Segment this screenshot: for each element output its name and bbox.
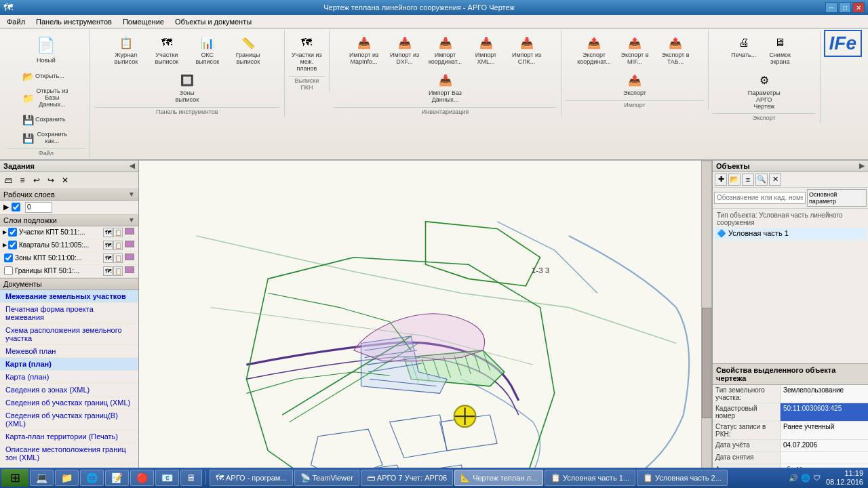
tasks-collapse-button[interactable]: ◀: [130, 162, 135, 169]
layer-0-icon2[interactable]: 📋: [113, 228, 123, 237]
search-object-button[interactable]: 🔍: [755, 174, 768, 186]
map-canvas[interactable]: 1-3 3: [139, 161, 712, 488]
tray-icon-2[interactable]: 🌐: [801, 474, 810, 483]
screenshot-button[interactable]: 🖥 Снимок экрана: [760, 31, 800, 68]
doc-item-1[interactable]: Печатная форма проекта межевания: [0, 303, 138, 324]
doc-item-8[interactable]: Сведения об участках границ(В) (XML): [0, 409, 138, 430]
param-dropdown[interactable]: Основной параметр: [807, 189, 867, 207]
journal-button[interactable]: 📋 Журнал выписок: [106, 31, 146, 68]
layer-2-checkbox[interactable]: [4, 253, 13, 262]
taskbar-app-notepad[interactable]: 📝: [105, 470, 129, 486]
working-layer-input[interactable]: [25, 202, 52, 213]
doc-item-3[interactable]: Межевой план: [0, 345, 138, 358]
areas-plans-button[interactable]: 🗺 Участки из меж. планов: [289, 31, 325, 75]
import-spk-button[interactable]: 📥 Импорт из СПК...: [507, 31, 547, 68]
layer-3-icon1[interactable]: 🗺: [103, 266, 113, 276]
undo-button[interactable]: ↩: [30, 174, 43, 187]
doc-item-6[interactable]: Сведения о зонах (XML): [0, 384, 138, 396]
doc-item-4[interactable]: Карта (план): [0, 358, 138, 371]
title-bar-controls[interactable]: ─ □ ✕: [825, 2, 865, 13]
open-button[interactable]: 📂 Открыть...: [19, 68, 73, 85]
sublayers-collapse[interactable]: ▼: [128, 216, 135, 224]
vertical-scrollbar[interactable]: [701, 161, 712, 488]
layer-1-icon2[interactable]: 📋: [113, 241, 123, 250]
layer-0-checkbox[interactable]: [8, 228, 17, 237]
oks-button[interactable]: 📊 ОКС выписок: [188, 31, 227, 68]
taskbar-app-explorer[interactable]: 📁: [55, 470, 79, 486]
working-layer-checkbox[interactable]: [12, 203, 20, 211]
import-coords-button[interactable]: 📥 Импорт координат...: [426, 31, 465, 68]
tool2[interactable]: ≡: [16, 174, 29, 187]
taskbar-app-mail[interactable]: 📧: [155, 470, 179, 486]
taskbar-running-teamviewer[interactable]: 📡 TeamViewer: [294, 470, 359, 486]
from-base-button[interactable]: 🗃: [1, 174, 15, 187]
save-as-button[interactable]: 💾 Сохранить как...: [19, 129, 73, 147]
import-db-button[interactable]: 📥 Импорт Баз Данных...: [426, 69, 465, 106]
doc-item-10[interactable]: Описание местоположения границ зон (XML): [0, 443, 138, 464]
layer-1-icon1[interactable]: 🗺: [103, 241, 113, 250]
borders-button[interactable]: 📏 Границы выписок: [229, 31, 268, 68]
taskbar-app-screen[interactable]: 🖥: [180, 470, 202, 486]
layer-item-0[interactable]: ▶ Участки КПТ 50:11:... 🗺 📋: [0, 226, 138, 239]
layer-3-icon2[interactable]: 📋: [113, 266, 123, 276]
redo-button[interactable]: ↪: [44, 174, 58, 187]
layer-2-icon2[interactable]: 📋: [113, 253, 123, 263]
minimize-button[interactable]: ─: [825, 2, 837, 13]
export-coords-button[interactable]: 📤 Экспорт координат...: [574, 31, 614, 68]
layer-1-checkbox[interactable]: [8, 241, 17, 249]
export-tab-button[interactable]: 📤 Экспорт в ТАБ...: [656, 31, 695, 68]
taskbar-running-chertezh[interactable]: 📐 Чертеж теплан л...: [454, 470, 543, 486]
layer-2-icon1[interactable]: 🗺: [103, 253, 113, 263]
doc-item-9[interactable]: Карта-план территории (Печать): [0, 430, 138, 443]
obj-tool3[interactable]: ≡: [742, 174, 754, 186]
doc-item-0[interactable]: Межевание земельных участков: [0, 290, 138, 303]
maximize-button[interactable]: □: [839, 2, 851, 13]
taskbar-running-usl1[interactable]: 📋 Условная часть 1...: [545, 470, 635, 486]
start-button[interactable]: ⊞: [1, 469, 28, 487]
new-button[interactable]: 📄 Новый: [31, 31, 61, 66]
working-layers-collapse[interactable]: ▼: [128, 190, 135, 198]
taskbar-app-ie[interactable]: 💻: [30, 470, 54, 486]
layer-item-1[interactable]: ▶ Кварталы 50:11:005:... 🗺 📋: [0, 239, 138, 252]
delete-object-button[interactable]: ✕: [769, 174, 781, 186]
taskbar-running-argo[interactable]: 🗺 АРГО - програм...: [210, 470, 293, 486]
open-object-button[interactable]: 📂: [728, 174, 741, 186]
close-button[interactable]: ✕: [852, 2, 865, 13]
import-xml-button[interactable]: 📥 Импорт XML...: [467, 31, 506, 68]
taskbar-app-red[interactable]: 🔴: [130, 470, 154, 486]
doc-item-5[interactable]: Карта (план): [0, 371, 138, 384]
taskbar-running-usl2[interactable]: 📋 Условная часть 2...: [637, 470, 728, 486]
menu-room[interactable]: Помещение: [117, 16, 170, 27]
open-db-button[interactable]: 📁 Открыть из Базы Данных...: [19, 86, 73, 110]
menu-file[interactable]: Файл: [1, 16, 31, 27]
menu-objects[interactable]: Объекты и документы: [170, 16, 257, 27]
export-button[interactable]: 📤 Экспорт: [620, 69, 649, 99]
tray-icon-1[interactable]: 🔊: [789, 474, 798, 483]
scrollbar-thumb-v[interactable]: [702, 308, 711, 418]
objects-collapse-button[interactable]: ▶: [859, 162, 865, 169]
doc-item-7[interactable]: Сведения об участках границ (XML): [0, 396, 138, 409]
layer-3-checkbox[interactable]: [4, 266, 13, 275]
objects-search-input[interactable]: [714, 192, 806, 204]
taskbar-app-browser[interactable]: 🌐: [80, 470, 104, 486]
doc-item-2[interactable]: Схема расположения земельного участка: [0, 324, 138, 345]
layer-item-2[interactable]: Зоны КПТ 50:11:00:... 🗺 📋: [0, 252, 138, 265]
save-button[interactable]: 💾 Сохранить: [19, 111, 73, 129]
params-button[interactable]: ⚙ Параметры АРГО Чертеж: [745, 69, 784, 113]
layer-0-icon1[interactable]: 🗺: [103, 228, 113, 237]
export-mif-button[interactable]: 📤 Экспорт в MIF...: [615, 31, 654, 68]
delete-button[interactable]: ✕: [58, 174, 72, 187]
taskbar-running-argo6[interactable]: 🗃 АРГО 7 Учет: АРГ06: [361, 470, 453, 486]
import-dxf-button[interactable]: 📥 Импорт из DXF...: [385, 31, 425, 68]
selected-object[interactable]: 🔷 Условная часть 1: [714, 228, 867, 239]
print-button[interactable]: 🖨 Печать...: [728, 31, 759, 68]
zones-button[interactable]: 🔲 Зоны выписок: [167, 69, 207, 106]
layer-item-3[interactable]: Границы КПТ 50:1:... 🗺 📋: [0, 265, 138, 278]
import-mapinfo-button[interactable]: 📥 Импорт из MapInfo...: [344, 31, 384, 68]
areas-button[interactable]: 🗺 Участки выписок: [147, 31, 186, 68]
menu-toolbar[interactable]: Панель инструментов: [31, 16, 117, 27]
tray-icon-3[interactable]: 🛡: [813, 474, 821, 482]
working-layer-expand[interactable]: ▶: [3, 203, 9, 211]
create-object-button[interactable]: ✚: [715, 174, 727, 186]
map-area[interactable]: 1-3 3 400 м ◀ ▶ ▲ ▼: [139, 161, 712, 488]
